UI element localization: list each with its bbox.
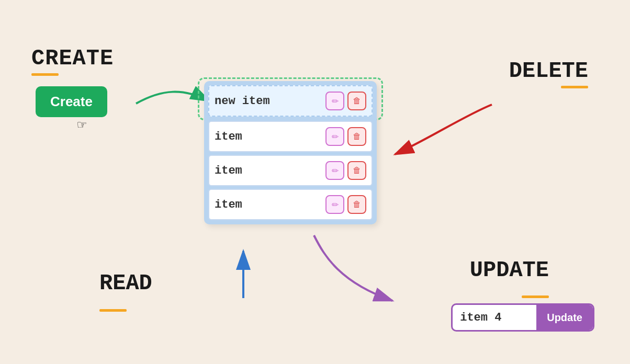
item-text-2: item: [215, 164, 325, 177]
item-edit-button-1[interactable]: ✏: [325, 127, 344, 146]
create-button[interactable]: Create: [36, 86, 107, 117]
item-delete-button-1[interactable]: 🗑: [347, 127, 366, 146]
item-edit-button-2[interactable]: ✏: [325, 161, 344, 180]
item-actions-1: ✏ 🗑: [325, 127, 366, 146]
new-item-text: new item: [215, 95, 325, 108]
new-item-row: new item ✏ 🗑: [208, 85, 373, 117]
read-label: READ: [99, 271, 152, 296]
item-text-1: item: [215, 130, 325, 143]
cursor-icon: ☞: [77, 116, 86, 134]
read-underline: [99, 309, 127, 312]
update-form: Update: [451, 303, 594, 332]
item-edit-button-3[interactable]: ✏: [325, 195, 344, 214]
item-actions-2: ✏ 🗑: [325, 161, 366, 180]
update-underline: [522, 295, 549, 298]
delete-label: DELETE: [509, 59, 588, 84]
new-item-actions: ✏ 🗑: [325, 92, 366, 110]
update-submit-button[interactable]: Update: [536, 305, 593, 330]
new-item-delete-button[interactable]: 🗑: [347, 92, 366, 110]
create-label: CREATE: [31, 46, 114, 71]
item-delete-button-2[interactable]: 🗑: [347, 161, 366, 180]
update-label: UPDATE: [470, 258, 549, 283]
item-actions-3: ✏ 🗑: [325, 195, 366, 214]
new-item-edit-button[interactable]: ✏: [325, 92, 344, 110]
list-item: item ✏ 🗑: [208, 121, 373, 152]
list-item: item ✏ 🗑: [208, 189, 373, 220]
list-container: new item ✏ 🗑 item ✏ 🗑 item ✏ 🗑 item ✏ 🗑: [204, 81, 377, 224]
item-delete-button-3[interactable]: 🗑: [347, 195, 366, 214]
delete-underline: [561, 86, 588, 88]
item-text-3: item: [215, 198, 325, 211]
update-input[interactable]: [453, 311, 536, 324]
create-underline: [31, 73, 59, 76]
list-item: item ✏ 🗑: [208, 155, 373, 186]
